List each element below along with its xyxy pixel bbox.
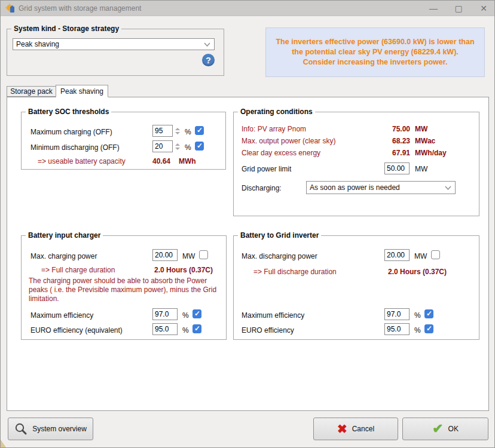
inverter-max-eff-unit: % (414, 311, 421, 320)
ok-check-icon: ✔ (432, 422, 443, 435)
cancel-label: Cancel (352, 425, 374, 433)
max-output-value: 68.23 (383, 137, 410, 145)
pv-pnom-unit: MW (415, 125, 427, 133)
close-icon[interactable]: ✕ (479, 1, 488, 16)
inverter-euro-eff-checkbox[interactable] (424, 324, 433, 333)
soc-groupbox: Battery SOC thresholds Maximum charging … (21, 112, 226, 170)
app-icon (5, 4, 15, 13)
strategy-group-title: System kind - Storage strategy (11, 24, 121, 33)
warning-line-2: the potential clear sky PV energy (68229… (292, 47, 459, 57)
pv-pnom-value: 75.00 (383, 125, 410, 133)
warning-line-1: The inverters effective power (63690.0 k… (276, 37, 474, 47)
inverter-euro-eff-label: EURO efficiency (242, 326, 294, 335)
pv-pnom-label: Info: PV array Pnom (242, 125, 306, 133)
discharging-dropdown[interactable]: As soon as power is needed (306, 181, 456, 194)
inverter-groupbox: Battery to Grid inverter Max. dischargin… (233, 235, 479, 340)
inverter-euro-eff-input[interactable] (384, 323, 410, 335)
grid-power-limit-input[interactable] (384, 162, 410, 174)
magnifier-icon (14, 422, 28, 435)
dialog-window: Grid system with storage management — ▢ … (0, 0, 495, 448)
grid-power-limit-unit: MW (415, 165, 427, 173)
desktop-corner-artifact (1, 440, 6, 447)
min-discharging-label: Minimum discharging (OFF) (30, 143, 120, 152)
cancel-x-icon: ✖ (337, 423, 347, 435)
title-bar: Grid system with storage management — ▢ … (1, 1, 494, 16)
inverter-group-title: Battery to Grid inverter (238, 231, 321, 240)
useable-capacity-unit: MWh (179, 157, 196, 165)
excess-energy-unit: MWh/day (415, 149, 447, 157)
tab-peak-shaving-label: Peak shaving (60, 87, 103, 96)
soc-group-title: Battery SOC thresholds (26, 108, 111, 116)
min-discharging-input[interactable] (152, 140, 173, 152)
tab-content-panel: Battery SOC thresholds Maximum charging … (7, 97, 489, 411)
operating-group-title: Operating conditions (238, 108, 315, 116)
max-discharging-power-unit: MW (414, 252, 427, 260)
min-discharging-checkbox[interactable] (195, 142, 204, 151)
charger-max-eff-input[interactable] (152, 308, 178, 320)
system-overview-label: System overview (32, 425, 87, 433)
discharging-label: Discharging: (242, 184, 282, 192)
ok-button[interactable]: ✔ OK (402, 418, 488, 440)
tab-peak-shaving[interactable]: Peak shaving (56, 85, 108, 97)
tab-storage-pack-label: Storage pack (10, 87, 53, 96)
useable-capacity-value: 40.64 (152, 157, 170, 165)
max-charging-spinner[interactable] (174, 125, 181, 137)
maximize-icon[interactable]: ▢ (454, 1, 463, 16)
inverter-max-eff-input[interactable] (384, 308, 410, 320)
max-charging-power-label: Max. charging power (30, 252, 97, 260)
warning-line-3: Consider increasing the inverters power. (303, 57, 448, 67)
full-discharge-duration-value: 2.0 Hours (0.37C) (388, 268, 447, 276)
charger-max-eff-checkbox[interactable] (192, 309, 201, 318)
charger-group-title: Battery input charger (26, 231, 103, 240)
inverter-euro-eff-unit: % (414, 326, 421, 335)
grid-power-limit-label: Grid power limit (242, 165, 291, 173)
max-charging-checkbox[interactable] (195, 126, 204, 135)
max-charging-power-unit: MW (182, 252, 195, 260)
full-charge-duration-label: => Full charge duration (41, 266, 115, 274)
useable-capacity-label: => useable battery capacity (38, 157, 126, 165)
excess-energy-value: 67.91 (383, 149, 410, 157)
max-discharging-power-label: Max. discharging power (242, 252, 317, 260)
inverter-max-eff-label: Maximum efficiency (242, 311, 304, 320)
inverter-max-eff-checkbox[interactable] (424, 309, 433, 318)
min-discharging-unit: % (185, 143, 191, 152)
max-charging-unit: % (185, 128, 191, 136)
minimize-icon[interactable]: — (429, 1, 438, 16)
operating-groupbox: Operating conditions Info: PV array Pnom… (233, 112, 479, 216)
discharging-dropdown-value: As soon as power is needed (310, 183, 400, 192)
chevron-down-icon (204, 42, 210, 47)
charger-max-eff-label: Maximum efficiency (30, 311, 93, 320)
strategy-groupbox: System kind - Storage strategy Peak shav… (7, 29, 224, 76)
charger-euro-eff-checkbox[interactable] (192, 324, 201, 333)
charger-euro-eff-unit: % (182, 326, 189, 335)
tab-storage-pack[interactable]: Storage pack (7, 86, 56, 97)
charger-max-eff-unit: % (182, 311, 189, 320)
help-icon[interactable]: ? (202, 54, 215, 66)
max-output-unit: MWac (415, 137, 435, 145)
max-charging-input[interactable] (152, 125, 173, 137)
full-discharge-duration-label: => Full discharge duration (253, 268, 337, 276)
max-output-label: Max. output power (clear sky) (242, 137, 335, 145)
strategy-dropdown[interactable]: Peak shaving (13, 38, 215, 50)
max-discharging-power-input[interactable] (384, 249, 410, 261)
system-overview-button[interactable]: System overview (8, 418, 93, 440)
inverter-warning-panel: The inverters effective power (63690.0 k… (265, 27, 485, 77)
charger-euro-eff-label: EURO efficiency (equivalent) (30, 326, 123, 335)
strategy-dropdown-value: Peak shaving (16, 40, 59, 48)
max-charging-power-input[interactable] (152, 249, 178, 261)
excess-energy-label: Clear day excess energy (242, 149, 320, 157)
ok-label: OK (448, 425, 459, 433)
charger-groupbox: Battery input charger Max. charging powe… (21, 235, 227, 340)
charger-note: The charging power should be able to abs… (29, 277, 218, 303)
cancel-button[interactable]: ✖ Cancel (313, 418, 398, 440)
max-discharging-power-checkbox[interactable] (431, 250, 440, 259)
min-discharging-spinner[interactable] (174, 140, 181, 152)
window-title: Grid system with storage management (19, 4, 141, 13)
charger-euro-eff-input[interactable] (152, 323, 178, 335)
full-charge-duration-value: 2.0 Hours (0.37C) (154, 266, 213, 274)
chevron-down-icon (445, 186, 451, 190)
max-charging-power-checkbox[interactable] (199, 250, 208, 259)
max-charging-label: Maximum charging (OFF) (30, 128, 112, 136)
